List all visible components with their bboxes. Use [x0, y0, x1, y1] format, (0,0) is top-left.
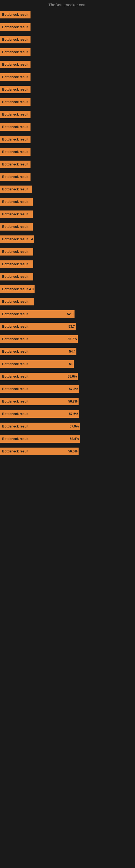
table-row: Bottleneck result55.7% — [0, 333, 135, 345]
table-row: Bottleneck result — [0, 84, 135, 95]
table-row: Bottleneck result — [0, 158, 135, 170]
bottleneck-bar — [31, 186, 32, 193]
bottleneck-label: Bottleneck result — [0, 86, 31, 93]
bottleneck-label: Bottleneck result — [0, 48, 31, 56]
bottleneck-label: Bottleneck result — [0, 385, 31, 393]
bottleneck-label: Bottleneck result — [0, 273, 31, 280]
table-row: Bottleneck result — [0, 34, 135, 45]
table-row: Bottleneck result — [0, 171, 135, 183]
bottleneck-label: Bottleneck result — [0, 73, 31, 81]
bottleneck-bar: 52.0 — [31, 310, 75, 318]
table-row: Bottleneck result — [0, 221, 135, 233]
bottleneck-label: Bottleneck result — [0, 323, 31, 330]
table-row: Bottleneck result57.9% — [0, 421, 135, 432]
table-row: Bottleneck result — [0, 208, 135, 220]
bottleneck-bar: . — [31, 260, 33, 268]
bottleneck-label: Bottleneck result — [0, 236, 31, 243]
bottleneck-label: Bottleneck result — [0, 410, 31, 418]
bottleneck-bar: 53.7 — [31, 323, 76, 330]
bottleneck-label: Bottleneck result — [0, 23, 31, 31]
table-row: Bottleneck result56.7% — [0, 396, 135, 407]
bottleneck-bar: 56.7% — [31, 398, 79, 405]
bottleneck-label: Bottleneck result — [0, 36, 31, 43]
bottleneck-bar: 57.3% — [31, 385, 79, 393]
table-row: Bottleneck result55.6% — [0, 371, 135, 382]
bottleneck-label: Bottleneck result — [0, 248, 31, 255]
table-row: Bottleneck result4 — [0, 233, 135, 245]
bottleneck-label: Bottleneck result — [0, 61, 31, 68]
table-row: Bottleneck result — [0, 246, 135, 258]
bottleneck-bar: 58.4% — [31, 435, 80, 443]
table-row: Bottleneck result56.5% — [0, 445, 135, 457]
bottleneck-label: Bottleneck result — [0, 360, 31, 368]
bottleneck-bar: 57.9% — [31, 423, 80, 430]
table-row: Bottleneck result53.7 — [0, 321, 135, 333]
bottleneck-bar: 54.4 — [31, 348, 77, 355]
bottleneck-label: Bottleneck result — [0, 135, 31, 143]
bottleneck-label: Bottleneck result — [0, 198, 31, 206]
bottleneck-label: Bottleneck result — [0, 123, 31, 131]
bottleneck-bar: 57.6% — [31, 410, 79, 418]
bottleneck-label: Bottleneck result — [0, 298, 31, 305]
table-row: Bottleneck result — [0, 21, 135, 33]
bottleneck-bar — [31, 298, 34, 305]
table-row: Bottleneck result54.4 — [0, 346, 135, 358]
bottleneck-label: Bottleneck result — [0, 98, 31, 106]
table-row: Bottleneck result58.4% — [0, 433, 135, 445]
table-row: Bottleneck result57.3% — [0, 383, 135, 395]
bottleneck-label: Bottleneck result — [0, 435, 31, 443]
bottleneck-bar: 56.5% — [31, 447, 79, 455]
bottleneck-bar: 55.6% — [31, 373, 78, 380]
table-row: Bottleneck result — [0, 183, 135, 195]
bottleneck-label: Bottleneck result — [0, 310, 31, 318]
table-row: Bottleneck result52.0 — [0, 308, 135, 320]
bottleneck-bar: 4 — [31, 236, 34, 243]
bottleneck-label: Bottleneck result — [0, 223, 31, 230]
bottleneck-label: Bottleneck result — [0, 148, 31, 156]
bottleneck-label: Bottleneck result — [0, 161, 31, 168]
bottleneck-label: Bottleneck result — [0, 111, 31, 118]
table-row: Bottleneck result — [0, 196, 135, 208]
bottleneck-bar — [31, 248, 33, 255]
bottleneck-bar: 55.7% — [31, 335, 78, 343]
table-row: Bottleneck result57.6% — [0, 408, 135, 420]
table-row: Bottleneck result — [0, 133, 135, 145]
bottleneck-label: Bottleneck result — [0, 211, 31, 218]
table-row: Bottleneck result — [0, 71, 135, 83]
bottleneck-bar — [31, 211, 33, 218]
bottleneck-label: Bottleneck result — [0, 173, 31, 181]
table-row: Bottleneck result. — [0, 258, 135, 270]
bottleneck-bar — [31, 198, 33, 206]
table-row: Bottleneck result — [0, 59, 135, 70]
bottleneck-bar — [31, 223, 33, 230]
table-row: Bottleneck result — [0, 108, 135, 120]
table-row: Bottleneck result51 — [0, 358, 135, 370]
bottleneck-bar: 51 — [31, 360, 74, 368]
bottleneck-label: Bottleneck result — [0, 373, 31, 380]
table-row: Bottleneck result — [0, 96, 135, 108]
table-row: Bottleneck result — [0, 271, 135, 283]
bottleneck-label: Bottleneck result — [0, 186, 31, 193]
bottleneck-label: Bottleneck result — [0, 11, 31, 19]
bottleneck-label: Bottleneck result — [0, 335, 31, 343]
table-row: Bottleneck result — [0, 296, 135, 308]
site-title: TheBottlenecker.com — [0, 0, 135, 9]
bottleneck-label: Bottleneck result — [0, 348, 31, 355]
bottleneck-bar — [31, 273, 33, 280]
bottleneck-bar: 4.8 — [31, 285, 35, 293]
table-row: Bottleneck result — [0, 121, 135, 133]
bottleneck-label: Bottleneck result — [0, 398, 31, 405]
bottleneck-label: Bottleneck result — [0, 260, 31, 268]
bottleneck-label: Bottleneck result — [0, 423, 31, 430]
bottleneck-label: Bottleneck result — [0, 447, 31, 455]
table-row: Bottleneck result4.8 — [0, 283, 135, 295]
bottleneck-label: Bottleneck result — [0, 285, 31, 293]
table-row: Bottleneck result — [0, 9, 135, 21]
table-row: Bottleneck result — [0, 146, 135, 158]
table-row: Bottleneck result — [0, 46, 135, 58]
